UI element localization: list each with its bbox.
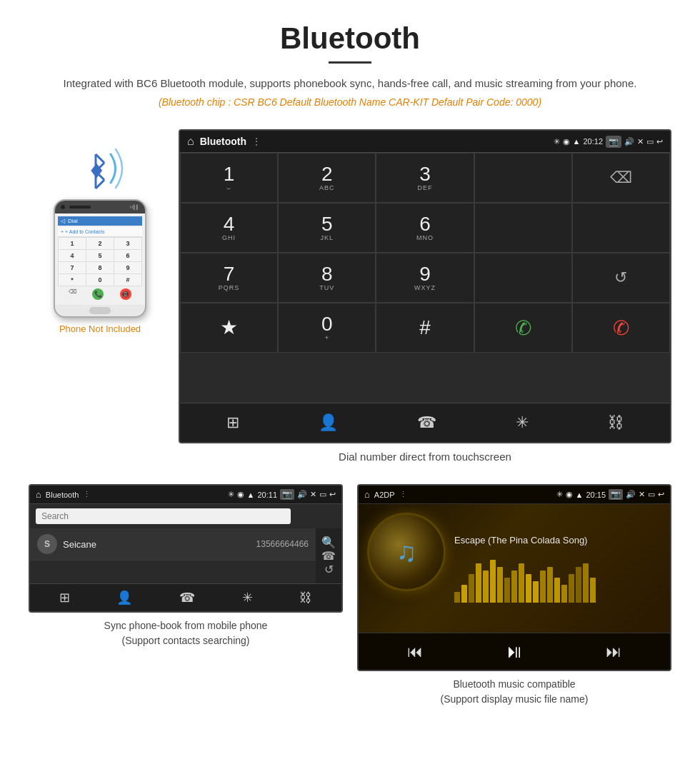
music-controls: ⏮ ⏯ ⏭: [359, 633, 670, 670]
album-art: ♫: [367, 513, 446, 591]
phone-mockup: M▌▌ ◁ Dial + + Add to Contacts 123456789…: [54, 199, 146, 318]
pb-right-icons: 🔍 ☎ ↺: [316, 528, 341, 583]
dial-key-2[interactable]: 2ABC: [278, 153, 376, 203]
time-display: 20:12: [583, 137, 603, 146]
dial-key-4[interactable]: 4GHI: [180, 203, 278, 253]
phone-key-0[interactable]: 0: [86, 274, 114, 286]
prev-track-btn[interactable]: ⏮: [407, 643, 423, 661]
phone-back-btn: ◁: [61, 218, 65, 224]
equalizer-bars: [454, 560, 661, 603]
pb-vol-icon[interactable]: 🔊: [297, 490, 307, 499]
phone-key-#[interactable]: #: [114, 274, 141, 286]
pb-search-icon[interactable]: 🔍: [321, 536, 336, 549]
pb-search-input[interactable]: [36, 508, 291, 524]
pb-screen: ⌂ Bluetooth ⋮ ✳ ◉ ▲ 20:11 📷 🔊 ✕ ▭ ↩: [29, 484, 343, 613]
dial-key-📞[interactable]: ✆: [474, 303, 572, 353]
eq-bar-6: [497, 567, 503, 603]
bluetooth-signal-svg: ⬧: [71, 144, 129, 194]
bt-status-icon: ✳: [554, 137, 560, 146]
pb-header: ⌂ Bluetooth ⋮ ✳ ◉ ▲ 20:11 📷 🔊 ✕ ▭ ↩: [30, 486, 341, 504]
music-body: ♫ Escape (The Pina Colada Song): [359, 504, 670, 633]
grid-icon[interactable]: ⊞: [221, 411, 245, 435]
dial-key-★[interactable]: ★: [180, 303, 278, 353]
music-title-label: A2DP: [374, 491, 395, 499]
camera-icon[interactable]: 📷: [606, 136, 621, 148]
music-close-icon[interactable]: ✕: [639, 490, 645, 499]
dial-key-3[interactable]: 3DEF: [376, 153, 474, 203]
music-fs-icon[interactable]: ▭: [648, 490, 655, 499]
phone-key-8[interactable]: 8: [86, 262, 114, 273]
eq-bar-19: [590, 578, 596, 603]
dial-key-6[interactable]: 6MNO: [376, 203, 474, 253]
dial-key-↺[interactable]: ↺: [572, 253, 670, 303]
back-icon[interactable]: ↩: [656, 137, 663, 146]
phone-key-5[interactable]: 5: [86, 250, 114, 261]
car-status-bar: ✳ ◉ ▲ 20:12 📷 🔊 ✕ ▭ ↩: [554, 136, 663, 148]
pb-header-right: ✳ ◉ ▲ 20:11 📷 🔊 ✕ ▭ ↩: [228, 489, 336, 500]
phone-key-6[interactable]: 6: [114, 250, 141, 261]
phone-key-9[interactable]: 9: [114, 262, 141, 273]
volume-icon[interactable]: 🔊: [624, 137, 634, 146]
pb-user-icon[interactable]: 👤: [116, 590, 132, 605]
dial-key-7[interactable]: 7PQRS: [180, 253, 278, 303]
music-caption: Bluetooth music compatible (Support disp…: [441, 677, 589, 707]
bluetooth-icon[interactable]: ✳: [510, 411, 534, 435]
pb-fs-icon[interactable]: ▭: [319, 490, 326, 499]
dial-key-0[interactable]: 0+: [278, 303, 376, 353]
dial-key-9[interactable]: 9WXYZ: [376, 253, 474, 303]
phone-key-1[interactable]: 1: [59, 238, 86, 249]
music-wrap: ⌂ A2DP ⋮ ✳ ◉ ▲ 20:15 📷 🔊 ✕ ▭ ↩: [357, 484, 671, 707]
music-cam-icon[interactable]: 📷: [609, 489, 623, 500]
dial-caption: Dial number direct from touchscreen: [179, 443, 671, 477]
phone-bottom-row: ⌫ 📞 📵: [58, 286, 142, 302]
pb-close-icon[interactable]: ✕: [310, 490, 316, 499]
pb-refresh-icon[interactable]: ↺: [324, 563, 334, 576]
close-icon[interactable]: ✕: [637, 137, 644, 146]
car-home-icon[interactable]: ⌂: [187, 135, 194, 148]
phone-key-2[interactable]: 2: [86, 238, 114, 249]
car-usb-icon: ⋮: [252, 136, 261, 146]
pb-home-icon[interactable]: ⌂: [36, 489, 41, 500]
music-back-icon[interactable]: ↩: [658, 490, 664, 499]
music-home-icon[interactable]: ⌂: [364, 489, 370, 500]
dial-key-8[interactable]: 8TUV: [278, 253, 376, 303]
pb-caption: Sync phone-book from mobile phone (Suppo…: [104, 618, 268, 648]
dial-key-empty-3: [474, 153, 572, 203]
phone-key-4[interactable]: 4: [59, 250, 86, 261]
phone-end-btn[interactable]: 📵: [120, 288, 131, 300]
pb-contact-row[interactable]: S Seicane 13566664466: [30, 528, 316, 561]
pb-camera-icon[interactable]: 📷: [280, 489, 294, 500]
phone-key-*[interactable]: *: [59, 274, 86, 286]
phone-icon[interactable]: ☎: [411, 411, 442, 435]
contacts-icon[interactable]: 👤: [313, 411, 344, 435]
settings-icon[interactable]: ⛓: [602, 411, 629, 435]
pb-grid-icon[interactable]: ⊞: [59, 590, 70, 605]
pb-link-icon[interactable]: ⛓: [299, 590, 312, 605]
eq-bar-15: [561, 585, 567, 603]
eq-bar-18: [583, 563, 589, 603]
dial-key-5[interactable]: 5JKL: [278, 203, 376, 253]
dial-key-⌫[interactable]: ⌫: [572, 153, 670, 203]
dial-key-📵[interactable]: ✆: [572, 303, 670, 353]
phone-screen: ◁ Dial + + Add to Contacts 123456789*0# …: [55, 213, 145, 305]
music-vol-icon[interactable]: 🔊: [626, 490, 636, 499]
phone-key-7[interactable]: 7: [59, 262, 86, 273]
pb-phone-icon[interactable]: ☎: [179, 590, 195, 605]
play-pause-btn[interactable]: ⏯: [505, 640, 524, 663]
phone-call-btn[interactable]: 📞: [92, 288, 104, 300]
next-track-btn[interactable]: ⏭: [606, 643, 621, 661]
phone-container: ⬧ M▌▌ ◁ Dial: [29, 129, 171, 334]
phone-home-btn[interactable]: [89, 307, 111, 314]
pb-call-icon[interactable]: ☎: [321, 549, 336, 563]
pb-bt-icon: ✳: [228, 490, 234, 499]
phone-key-3[interactable]: 3: [114, 238, 141, 249]
fullscreen-icon[interactable]: ▭: [646, 137, 654, 146]
eq-bar-14: [554, 578, 560, 603]
dial-key-1[interactable]: 1⌣: [180, 153, 278, 203]
dial-key-#[interactable]: #: [376, 303, 474, 353]
add-contact-label: + Add to Contacts: [65, 229, 104, 234]
phone-screen-title: Dial: [68, 218, 78, 224]
middle-section: ⬧ M▌▌ ◁ Dial: [0, 129, 700, 477]
pb-bt-icon2[interactable]: ✳: [242, 590, 253, 605]
pb-back-icon[interactable]: ↩: [329, 490, 336, 499]
